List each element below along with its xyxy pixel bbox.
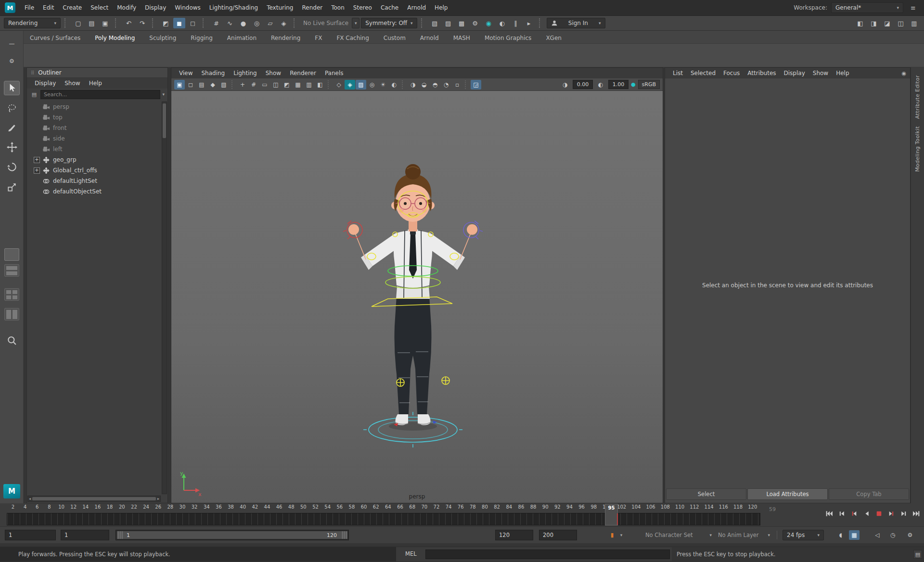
menu-toon[interactable]: Toon (327, 0, 349, 16)
frame-86[interactable]: 86 (518, 504, 525, 512)
safe-title-icon[interactable]: ◧ (315, 80, 325, 89)
copy-tab-button[interactable]: Copy Tab (829, 488, 909, 500)
sign-in-dropdown[interactable]: Sign In ▾ (547, 18, 605, 28)
frame-44[interactable]: 44 (264, 504, 270, 512)
resolution-gate-icon[interactable]: ◫ (270, 80, 281, 89)
step-forward-key-button[interactable] (886, 508, 897, 519)
frame-38[interactable]: 38 (228, 504, 234, 512)
menu-lighting-shading[interactable]: Lighting/Shading (205, 0, 262, 16)
select-tool[interactable] (4, 81, 20, 95)
select-by-object-icon[interactable]: ◼ (173, 18, 185, 28)
frame-110[interactable]: 110 (675, 504, 684, 512)
go-to-end-button[interactable] (911, 508, 922, 519)
shelf-tab-custom[interactable]: Custom (384, 35, 406, 41)
scroll-right-icon[interactable]: ▸ (157, 497, 159, 501)
shelf-collapse-icon[interactable]: — (4, 37, 20, 51)
frame-6[interactable]: 6 (34, 504, 40, 512)
attribute-menu-list[interactable]: List (669, 70, 687, 77)
undo-icon[interactable]: ↶ (123, 18, 135, 28)
load-attributes-button[interactable]: Load Attributes (747, 488, 828, 500)
attribute-menu-show[interactable]: Show (809, 70, 832, 77)
frame-94[interactable]: 94 (566, 504, 573, 512)
frame-120[interactable]: 120 (748, 504, 757, 512)
outliner-item-geo-grp[interactable]: + geo_grp (27, 154, 161, 165)
frame-16[interactable]: 16 (94, 504, 101, 512)
viewport-menu-shading[interactable]: Shading (197, 70, 229, 77)
new-scene-icon[interactable]: ▢ (72, 18, 84, 28)
expand-toggle-icon[interactable]: + (34, 157, 40, 163)
go-to-start-button[interactable] (823, 508, 834, 519)
render-settings-icon[interactable]: ⚙ (469, 18, 481, 28)
current-frame-marker[interactable]: 95 (605, 504, 618, 525)
select-by-hierarchy-icon[interactable]: ◩ (160, 18, 172, 28)
toggle-tool-settings-icon[interactable]: ◫ (895, 18, 907, 28)
frame-66[interactable]: 66 (397, 504, 404, 512)
shelf-gear-icon[interactable]: ⚙ (4, 54, 20, 68)
frame-34[interactable]: 34 (203, 504, 210, 512)
paint-select-tool[interactable] (4, 120, 20, 135)
menu-modify[interactable]: Modify (113, 0, 141, 16)
frame-76[interactable]: 76 (457, 504, 464, 512)
menu-set-selector[interactable]: Rendering ▾ (4, 18, 61, 28)
menu-edit[interactable]: Edit (38, 0, 58, 16)
outliner-menu-help[interactable]: Help (85, 80, 106, 87)
lasso-tool[interactable] (4, 101, 20, 115)
range-start-handle[interactable] (117, 531, 123, 539)
frame-70[interactable]: 70 (421, 504, 428, 512)
range-slider-bar-fill[interactable] (117, 531, 347, 539)
outliner-horizontal-scrollbar[interactable]: ◂ ▸ (27, 496, 161, 502)
snap-to-point-icon[interactable]: ● (237, 18, 249, 28)
toggle-humanik-icon[interactable]: ◨ (868, 18, 880, 28)
viewport-panel[interactable]: ViewShadingLightingShowRendererPanels ▣◻… (171, 67, 663, 503)
menu-stereo[interactable]: Stereo (349, 0, 376, 16)
shadows-icon[interactable]: ◐ (389, 80, 399, 89)
frame-74[interactable]: 74 (445, 504, 452, 512)
symmetry-selector[interactable]: Symmetry: Off ▾ (361, 18, 417, 28)
cached-playback-icon[interactable]: ▦ (849, 530, 860, 540)
layout-single-pane-button[interactable] (4, 248, 19, 261)
command-line-toggle-icon[interactable]: ▤ (913, 550, 922, 559)
wireframe-icon[interactable]: ◇ (334, 80, 344, 89)
lighting-icon[interactable]: ☀ (378, 80, 388, 89)
frame-80[interactable]: 80 (481, 504, 488, 512)
shelf-tab-fx[interactable]: FX (315, 35, 322, 41)
motion-blur-icon[interactable]: ◒ (419, 80, 429, 89)
frame-92[interactable]: 92 (554, 504, 561, 512)
playback-end-field[interactable] (495, 530, 533, 540)
frame-48[interactable]: 48 (288, 504, 295, 512)
save-scene-icon[interactable]: ▣ (99, 18, 111, 28)
frame-78[interactable]: 78 (469, 504, 476, 512)
shelf-tab-rendering[interactable]: Rendering (271, 35, 300, 41)
toggle-attribute-editor-icon[interactable]: ◪ (881, 18, 893, 28)
open-scene-icon[interactable]: ▤ (86, 18, 98, 28)
outliner-item-persp[interactable]: persp (27, 102, 161, 112)
toolbar-group-handle[interactable] (115, 18, 119, 28)
shelf-tab-animation[interactable]: Animation (227, 35, 257, 41)
frame-58[interactable]: 58 (348, 504, 355, 512)
outliner-filter-icon[interactable]: ▤ (30, 90, 38, 99)
layout-four-pane-button[interactable] (4, 288, 19, 301)
menu-help[interactable]: Help (430, 0, 452, 16)
shelf-tab-motion-graphics[interactable]: Motion Graphics (485, 35, 532, 41)
frame-62[interactable]: 62 (372, 504, 379, 512)
live-surface-dropdown[interactable]: ▾ (352, 18, 359, 28)
layout-two-pane-button[interactable] (4, 264, 19, 277)
bookmarks-icon[interactable]: ◆ (207, 80, 218, 89)
safe-action-icon[interactable]: ▥ (304, 80, 314, 89)
frame-112[interactable]: 112 (690, 504, 699, 512)
attribute-menu-selected[interactable]: Selected (687, 70, 719, 77)
shelf-tab-rigging[interactable]: Rigging (191, 35, 212, 41)
frame-96[interactable]: 96 (578, 504, 585, 512)
gamma-value[interactable]: 1.00 (608, 80, 629, 89)
frame-12[interactable]: 12 (70, 504, 77, 512)
viewport-menu-panels[interactable]: Panels (321, 70, 347, 77)
view-transform-selector[interactable]: sRGB (638, 80, 660, 89)
frame-84[interactable]: 84 (506, 504, 513, 512)
render-current-frame-icon[interactable]: ▨ (442, 18, 454, 28)
frame-14[interactable]: 14 (82, 504, 89, 512)
outliner-item-defaultlightset[interactable]: defaultLightSet (27, 176, 161, 186)
menu-create[interactable]: Create (58, 0, 86, 16)
frame-108[interactable]: 108 (661, 504, 670, 512)
frame-54[interactable]: 54 (324, 504, 331, 512)
frame-60[interactable]: 60 (360, 504, 367, 512)
